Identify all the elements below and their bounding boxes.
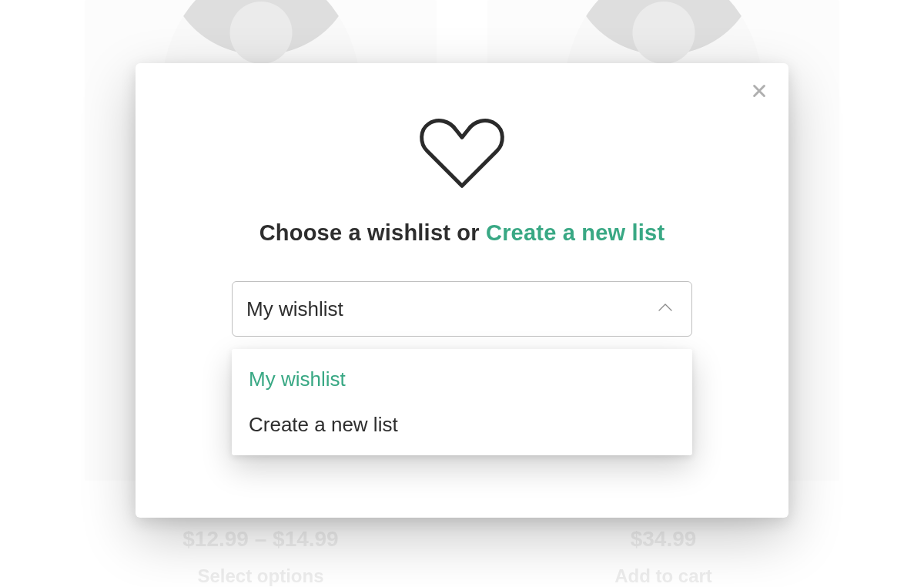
wishlist-option-mywishlist[interactable]: My wishlist — [232, 357, 692, 402]
wishlist-modal: Choose a wishlist or Create a new list M… — [136, 63, 788, 518]
chevron-up-icon — [658, 302, 673, 316]
wishlist-select-wrap: My wishlist My wishlist Create a new lis… — [232, 281, 692, 337]
heart-icon — [417, 117, 507, 194]
close-icon — [751, 82, 768, 99]
close-button[interactable] — [748, 80, 770, 102]
create-new-list-link[interactable]: Create a new list — [486, 220, 665, 245]
wishlist-select[interactable]: My wishlist — [232, 281, 692, 337]
modal-headline: Choose a wishlist or Create a new list — [136, 220, 788, 246]
headline-text: Choose a wishlist or — [259, 220, 486, 245]
wishlist-option-create[interactable]: Create a new list — [232, 402, 692, 448]
heart-icon-wrap — [136, 117, 788, 194]
wishlist-select-value: My wishlist — [246, 297, 343, 321]
wishlist-dropdown: My wishlist Create a new list — [232, 349, 692, 455]
